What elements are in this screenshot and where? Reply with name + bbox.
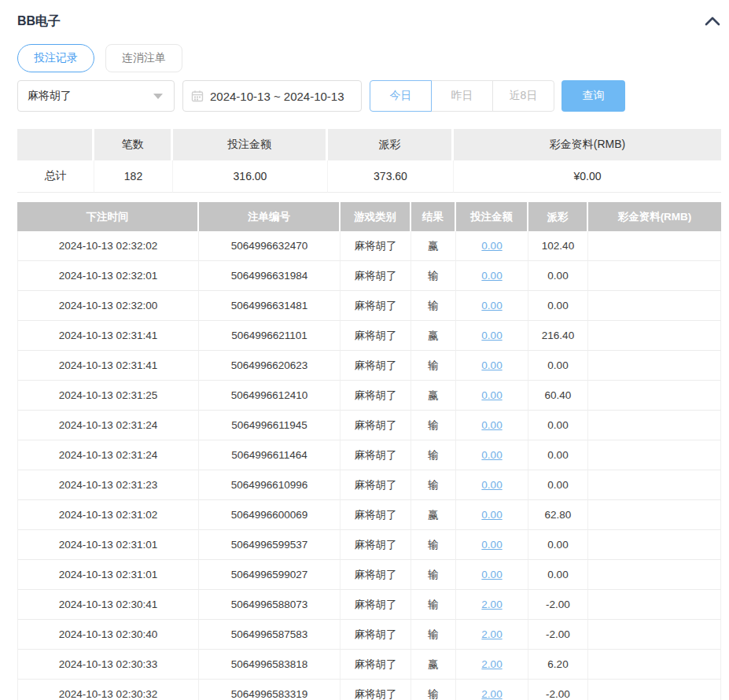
bet-amount-cell: 2.00	[456, 650, 528, 680]
bet-time-cell: 2024-10-13 02:30:41	[17, 590, 199, 620]
payout-cell: 102.40	[528, 231, 588, 261]
bet-amount-link[interactable]: 2.00	[481, 658, 502, 670]
bet-amount-cell: 0.00	[456, 411, 528, 440]
bet-time-cell: 2024-10-13 02:31:41	[17, 351, 199, 381]
bet-amount-cell: 0.00	[456, 440, 528, 470]
summary-total-count: 182	[94, 160, 173, 193]
table-row: 2024-10-13 02:30:33 5064996583818 麻将胡了 赢…	[17, 650, 721, 680]
bet-time-cell: 2024-10-13 02:32:02	[17, 231, 199, 261]
bet-amount-link[interactable]: 0.00	[481, 359, 502, 371]
jackpot-cell	[588, 530, 721, 560]
result-cell: 赢	[411, 321, 456, 351]
bet-amount-link[interactable]: 0.00	[481, 389, 502, 401]
payout-cell: 216.40	[528, 321, 588, 351]
jackpot-cell	[588, 381, 721, 411]
bet-time-cell: 2024-10-13 02:30:32	[17, 680, 199, 700]
bet-amount-cell: 0.00	[456, 500, 528, 530]
order-id-cell: 5064996600069	[199, 500, 341, 530]
order-id-cell: 5064996632470	[199, 231, 341, 261]
bet-time-cell: 2024-10-13 02:30:33	[17, 650, 199, 680]
tab-cancelled-orders[interactable]: 连消注单	[105, 44, 182, 72]
bet-table-header-row: 下注时间 注单编号 游戏类别 结果 投注金额 派彩 彩金资料(RMB)	[17, 202, 721, 231]
game-type-cell: 麻将胡了	[341, 620, 411, 650]
bet-amount-link[interactable]: 0.00	[481, 539, 502, 551]
bet-amount-link[interactable]: 0.00	[481, 300, 502, 311]
bet-amount-link[interactable]: 0.00	[481, 330, 502, 341]
result-cell: 赢	[411, 231, 456, 261]
bet-amount-link[interactable]: 0.00	[481, 509, 502, 521]
table-row: 2024-10-13 02:31:24 5064996611945 麻将胡了 输…	[17, 411, 721, 440]
payout-cell: 6.20	[528, 650, 588, 680]
game-type-cell: 麻将胡了	[341, 680, 411, 700]
jackpot-cell	[588, 321, 721, 351]
tab-bet-records[interactable]: 投注记录	[17, 44, 94, 72]
bet-time-cell: 2024-10-13 02:31:24	[17, 440, 199, 470]
date-range-picker[interactable]: 2024-10-13 ~ 2024-10-13	[182, 80, 362, 112]
result-cell: 输	[411, 291, 456, 321]
jackpot-cell	[588, 500, 721, 530]
summary-header-payout: 派彩	[328, 129, 454, 160]
result-cell: 赢	[411, 381, 456, 411]
col-header-game-type: 游戏类别	[341, 202, 411, 231]
summary-header-empty	[17, 129, 94, 160]
table-row: 2024-10-13 02:31:01 5064996599027 麻将胡了 输…	[17, 560, 721, 590]
result-cell: 输	[411, 261, 456, 291]
bet-amount-link[interactable]: 2.00	[481, 628, 502, 640]
table-row: 2024-10-13 02:32:02 5064996632470 麻将胡了 赢…	[17, 231, 721, 261]
bet-amount-link[interactable]: 0.00	[481, 419, 502, 431]
payout-cell: 0.00	[528, 291, 588, 321]
result-cell: 输	[411, 560, 456, 590]
order-id-cell: 5064996621101	[199, 321, 341, 351]
jackpot-cell	[588, 620, 721, 650]
result-cell: 输	[411, 411, 456, 440]
quick-button-today[interactable]: 今日	[370, 80, 432, 112]
bet-amount-link[interactable]: 2.00	[481, 688, 502, 700]
bet-amount-cell: 0.00	[456, 530, 528, 560]
bet-amount-link[interactable]: 0.00	[481, 240, 502, 252]
bet-amount-link[interactable]: 0.00	[481, 270, 502, 282]
quick-button-last-8-days[interactable]: 近8日	[492, 80, 554, 112]
game-type-cell: 麻将胡了	[341, 411, 411, 440]
bet-amount-cell: 2.00	[456, 680, 528, 700]
order-id-cell: 5064996583818	[199, 650, 341, 680]
summary-header-jackpot: 彩金资料(RMB)	[454, 129, 721, 160]
bet-time-cell: 2024-10-13 02:32:00	[17, 291, 199, 321]
summary-header-bet-amount: 投注金额	[173, 129, 328, 160]
bet-amount-cell: 2.00	[456, 620, 528, 650]
game-type-cell: 麻将胡了	[341, 381, 411, 411]
payout-cell: 0.00	[528, 351, 588, 381]
game-type-cell: 麻将胡了	[341, 530, 411, 560]
jackpot-cell	[588, 351, 721, 381]
table-row: 2024-10-13 02:30:41 5064996588073 麻将胡了 输…	[17, 590, 721, 620]
table-row: 2024-10-13 02:31:23 5064996610996 麻将胡了 输…	[17, 470, 721, 500]
quick-date-group: 今日 昨日 近8日	[370, 80, 554, 112]
bet-time-cell: 2024-10-13 02:31:01	[17, 560, 199, 590]
col-header-jackpot: 彩金资料(RMB)	[588, 202, 721, 231]
payout-cell: 62.80	[528, 500, 588, 530]
jackpot-cell	[588, 261, 721, 291]
query-button[interactable]: 查询	[561, 80, 625, 112]
table-row: 2024-10-13 02:31:24 5064996611464 麻将胡了 输…	[17, 440, 721, 470]
table-row: 2024-10-13 02:31:01 5064996599537 麻将胡了 输…	[17, 530, 721, 560]
collapse-panel-button[interactable]	[704, 13, 721, 30]
summary-total-bet-amount: 316.00	[173, 160, 328, 193]
bet-amount-link[interactable]: 2.00	[481, 599, 502, 610]
result-cell: 输	[411, 680, 456, 700]
order-id-cell: 5064996631984	[199, 261, 341, 291]
order-id-cell: 5064996599537	[199, 530, 341, 560]
game-type-cell: 麻将胡了	[341, 470, 411, 500]
bet-amount-cell: 0.00	[456, 381, 528, 411]
bet-amount-cell: 0.00	[456, 261, 528, 291]
result-cell: 赢	[411, 650, 456, 680]
page-title: BB电子	[17, 13, 61, 30]
bet-amount-link[interactable]: 0.00	[481, 569, 502, 580]
col-header-bet-amount: 投注金额	[456, 202, 528, 231]
bet-time-cell: 2024-10-13 02:31:01	[17, 530, 199, 560]
bet-amount-link[interactable]: 0.00	[481, 449, 502, 461]
quick-button-yesterday[interactable]: 昨日	[431, 80, 493, 112]
jackpot-cell	[588, 231, 721, 261]
game-type-select[interactable]: 麻将胡了	[17, 80, 175, 112]
game-type-cell: 麻将胡了	[341, 261, 411, 291]
bet-amount-link[interactable]: 0.00	[481, 479, 502, 491]
result-cell: 赢	[411, 500, 456, 530]
